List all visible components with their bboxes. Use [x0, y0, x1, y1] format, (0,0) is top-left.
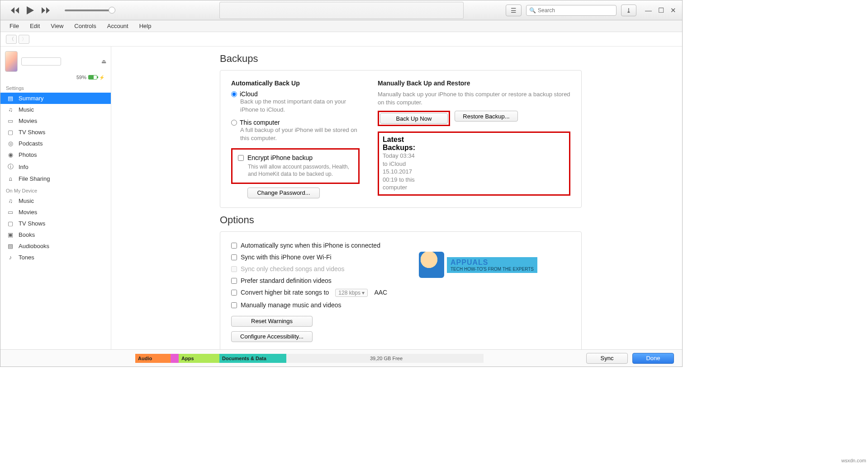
- menu-controls[interactable]: Controls: [70, 21, 100, 31]
- restore-backup-button[interactable]: Restore Backup...: [455, 111, 518, 122]
- toolbar-right: ☰ 🔍 ⤓ — ☐ ✕: [506, 5, 678, 16]
- list-view-button[interactable]: ☰: [506, 5, 522, 16]
- sidebar-settings-info[interactable]: ⓘInfo: [0, 160, 111, 173]
- sidebar-device-tones[interactable]: ♪Tones: [0, 252, 111, 263]
- manual-backup-header: Manually Back Up and Restore: [378, 80, 570, 87]
- sidebar-device-icon: ♪: [7, 254, 14, 261]
- capacity-apps-seg: [171, 354, 179, 363]
- sidebar-settings-music[interactable]: ♫Music: [0, 104, 111, 115]
- opt-manual-row[interactable]: Manually manage music and videos: [231, 301, 570, 309]
- volume-slider[interactable]: [65, 9, 114, 11]
- reset-warnings-button[interactable]: Reset Warnings: [231, 316, 313, 327]
- battery-status: ⏏: [101, 58, 106, 65]
- close-icon[interactable]: ✕: [669, 6, 678, 14]
- bottom-bar: Audio Apps Documents & Data 39,20 GB Fre…: [0, 349, 682, 366]
- minimize-icon[interactable]: —: [644, 6, 653, 14]
- encrypt-label: Encrypt iPhone backup: [247, 154, 313, 161]
- sidebar-item-label: Movies: [19, 117, 37, 124]
- opt-auto-sync-row[interactable]: Automatically sync when this iPhone is c…: [231, 242, 570, 249]
- sidebar-settings-summary[interactable]: ▤Summary: [0, 93, 111, 104]
- toolbar: ☰ 🔍 ⤓ — ☐ ✕: [0, 0, 682, 20]
- radio-icloud-row[interactable]: iCloud: [231, 90, 360, 98]
- bitrate-select[interactable]: 128 kbps ▾: [335, 289, 368, 297]
- sidebar-settings-photos[interactable]: ◉Photos: [0, 149, 111, 160]
- window-controls: — ☐ ✕: [644, 6, 678, 14]
- checkbox-bitrate[interactable]: [231, 290, 237, 296]
- sidebar-settings-movies[interactable]: ▭Movies: [0, 115, 111, 127]
- latest-backup-1: Today 03:34 to iCloud: [383, 152, 415, 168]
- sidebar-item-label: File Sharing: [19, 175, 50, 182]
- backup-now-highlight: Back Up Now: [378, 111, 450, 126]
- opt-checked-only-row: Sync only checked songs and videos: [231, 265, 570, 272]
- opt-bitrate-pre: Convert higher bit rate songs to: [241, 289, 329, 296]
- sidebar-settings-tv-shows[interactable]: ▢TV Shows: [0, 127, 111, 138]
- download-button[interactable]: ⤓: [621, 5, 636, 16]
- radio-thispc[interactable]: [231, 120, 237, 126]
- manual-backup-col: Manually Back Up and Restore Manually ba…: [378, 80, 570, 198]
- sidebar-item-label: Books: [19, 231, 35, 238]
- latest-backups-highlight: Latest Backups: Today 03:34 to iCloud 15…: [378, 132, 570, 196]
- checkbox-manual[interactable]: [231, 302, 237, 308]
- opt-bitrate-row[interactable]: Convert higher bit rate songs to128 kbps…: [231, 289, 570, 297]
- opt-sd-row[interactable]: Prefer standard definition videos: [231, 277, 570, 284]
- opt-checked-only-label: Sync only checked songs and videos: [241, 265, 345, 272]
- radio-thispc-row[interactable]: This computer: [231, 119, 360, 126]
- sidebar-device-audiobooks[interactable]: ▧Audiobooks: [0, 240, 111, 252]
- play-icon[interactable]: [26, 6, 35, 15]
- sidebar-device-books[interactable]: ▣Books: [0, 229, 111, 240]
- device-header: ⏏: [0, 48, 111, 75]
- sync-button[interactable]: Sync: [586, 353, 628, 364]
- menu-view[interactable]: View: [46, 21, 68, 31]
- search-icon: 🔍: [529, 7, 536, 14]
- sidebar-device-movies[interactable]: ▭Movies: [0, 207, 111, 218]
- playback-controls: [10, 6, 114, 15]
- attribution-text: wsxdn.com: [841, 458, 866, 463]
- menu-file[interactable]: File: [5, 21, 24, 31]
- configure-accessibility-button[interactable]: Configure Accessibility...: [231, 331, 313, 342]
- sidebar-item-label: Music: [19, 106, 34, 113]
- opt-wifi-row[interactable]: Sync with this iPhone over Wi-Fi: [231, 254, 570, 261]
- sidebar-settings-icon: ◉: [7, 151, 14, 158]
- encrypt-subtext: This will allow account passwords, Healt…: [248, 163, 353, 178]
- sidebar-item-label: Podcasts: [19, 140, 43, 147]
- section-title-options: Options: [220, 214, 582, 226]
- battery-percent: 59%: [76, 75, 86, 80]
- sidebar-device-music[interactable]: ♫Music: [0, 195, 111, 207]
- sidebar-device-icon: ▢: [7, 220, 14, 227]
- menu-edit[interactable]: Edit: [25, 21, 44, 31]
- checkbox-encrypt[interactable]: [238, 155, 244, 161]
- sidebar-item-label: Summary: [19, 95, 44, 102]
- backup-now-button[interactable]: Back Up Now: [380, 113, 448, 124]
- radio-icloud[interactable]: [231, 91, 237, 97]
- change-password-button[interactable]: Change Password...: [247, 188, 320, 198]
- checkbox-wifi[interactable]: [231, 254, 237, 260]
- sidebar-device-tv-shows[interactable]: ▢TV Shows: [0, 218, 111, 229]
- maximize-icon[interactable]: ☐: [657, 6, 665, 14]
- sidebar-device-icon: ▭: [7, 209, 14, 216]
- menu-account[interactable]: Account: [103, 21, 133, 31]
- nav-bar: 〈 〉: [0, 32, 682, 47]
- device-name-input[interactable]: [21, 57, 61, 66]
- search-field[interactable]: [538, 7, 613, 14]
- eject-icon[interactable]: ⏏: [101, 58, 106, 65]
- capacity-apps: Apps: [179, 354, 219, 363]
- nav-back-button[interactable]: 〈: [6, 35, 17, 44]
- sidebar-item-label: Movies: [19, 209, 37, 216]
- checkbox-auto-sync[interactable]: [231, 243, 237, 249]
- volume-knob[interactable]: [109, 7, 115, 14]
- next-icon[interactable]: [41, 6, 50, 15]
- sidebar-settings-podcasts[interactable]: ◎Podcasts: [0, 138, 111, 149]
- nav-forward-button[interactable]: 〉: [19, 35, 29, 44]
- previous-icon[interactable]: [10, 6, 19, 15]
- capacity-free: 39,20 GB Free: [286, 354, 484, 363]
- sidebar-header-device: On My Device: [0, 184, 111, 195]
- now-playing-shelf: [219, 2, 464, 19]
- checkbox-sd[interactable]: [231, 278, 237, 284]
- capacity-bar: Audio Apps Documents & Data 39,20 GB Fre…: [135, 354, 484, 363]
- done-button[interactable]: Done: [632, 353, 674, 364]
- menu-help[interactable]: Help: [135, 21, 156, 31]
- sidebar-settings-file-sharing[interactable]: ⩍File Sharing: [0, 173, 111, 184]
- search-input[interactable]: 🔍: [526, 5, 617, 16]
- opt-manual-label: Manually manage music and videos: [241, 301, 342, 309]
- sidebar-device-icon: ♫: [7, 197, 14, 204]
